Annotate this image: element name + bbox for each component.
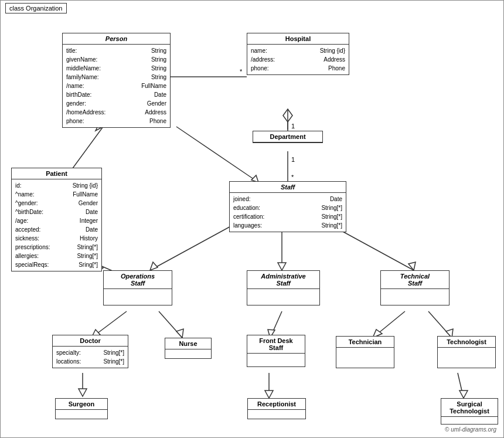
class-person: Person title:String givenName:String mid… xyxy=(62,33,171,128)
class-technologist: Technologist xyxy=(437,336,496,368)
svg-marker-35 xyxy=(79,389,87,396)
svg-line-24 xyxy=(91,311,127,338)
svg-line-13 xyxy=(176,127,258,182)
class-technician-header: Technician xyxy=(336,337,394,348)
class-surgeon: Surgeon xyxy=(55,398,108,419)
class-staff: Staff joined:Date education:String[*] ce… xyxy=(229,181,346,232)
class-receptionist: Receptionist xyxy=(247,398,306,419)
class-doctor-body: specialty:String[*] locations:String[*] xyxy=(53,347,128,368)
class-person-body: title:String givenName:String middleName… xyxy=(63,45,170,127)
class-technician: Technician xyxy=(336,336,394,368)
svg-text:*: * xyxy=(240,68,243,75)
class-operations-staff-header: OperationsStaff xyxy=(104,271,172,289)
svg-marker-18 xyxy=(278,263,286,270)
svg-marker-37 xyxy=(265,391,273,398)
class-nurse-header: Nurse xyxy=(165,338,211,349)
class-department-header: Department xyxy=(253,131,322,142)
class-surgical-technologist-header: SurgicalTechnologist xyxy=(441,399,498,417)
class-front-desk-staff: Front DeskStaff xyxy=(247,335,305,367)
svg-line-38 xyxy=(458,373,464,398)
diagram-title: class Organization xyxy=(5,3,67,13)
class-hospital-body: name:String {id} /address:Address phone:… xyxy=(247,45,349,74)
svg-marker-4 xyxy=(283,109,292,122)
class-receptionist-header: Receptionist xyxy=(248,399,305,410)
class-doctor-header: Doctor xyxy=(53,335,128,347)
class-hospital: Hospital name:String {id} /address:Addre… xyxy=(247,33,349,75)
class-operations-staff: OperationsStaff xyxy=(103,270,172,305)
class-nurse: Nurse xyxy=(165,338,212,359)
class-administrative-staff: AdministrativeStaff xyxy=(247,270,320,305)
svg-line-32 xyxy=(428,311,452,338)
class-surgeon-header: Surgeon xyxy=(56,399,107,410)
class-staff-body: joined:Date education:String[*] certific… xyxy=(230,193,346,232)
class-patient: Patient id:String {id} ^name:FullName ^g… xyxy=(11,168,102,271)
copyright: © uml-diagrams.org xyxy=(445,426,496,433)
class-staff-header: Staff xyxy=(230,182,346,193)
class-front-desk-staff-header: Front DeskStaff xyxy=(247,335,305,354)
class-doctor: Doctor specialty:String[*] locations:Str… xyxy=(52,335,128,368)
svg-line-30 xyxy=(373,311,405,338)
class-technologist-header: Technologist xyxy=(438,337,495,348)
class-technical-staff-header: TechnicalStaff xyxy=(381,271,449,289)
class-technical-staff: TechnicalStaff xyxy=(380,270,449,305)
class-hospital-header: Hospital xyxy=(247,33,349,45)
svg-text:1: 1 xyxy=(291,123,295,130)
diagram-container: class Organization * * 1 * 1 * xyxy=(0,0,504,438)
class-patient-header: Patient xyxy=(12,168,101,179)
class-person-header: Person xyxy=(63,33,170,45)
svg-line-11 xyxy=(71,127,103,171)
svg-text:1: 1 xyxy=(291,156,295,163)
svg-marker-20 xyxy=(408,262,416,270)
class-surgical-technologist: SurgicalTechnologist xyxy=(441,398,498,425)
class-patient-body: id:String {id} ^name:FullName ^gender:Ge… xyxy=(12,179,101,271)
svg-line-26 xyxy=(159,311,182,338)
svg-line-28 xyxy=(270,311,282,338)
svg-text:*: * xyxy=(291,174,294,181)
svg-marker-39 xyxy=(459,391,468,398)
svg-marker-16 xyxy=(150,262,158,270)
svg-marker-27 xyxy=(176,329,183,338)
class-administrative-staff-header: AdministrativeStaff xyxy=(247,271,319,289)
class-department: Department xyxy=(253,131,323,143)
